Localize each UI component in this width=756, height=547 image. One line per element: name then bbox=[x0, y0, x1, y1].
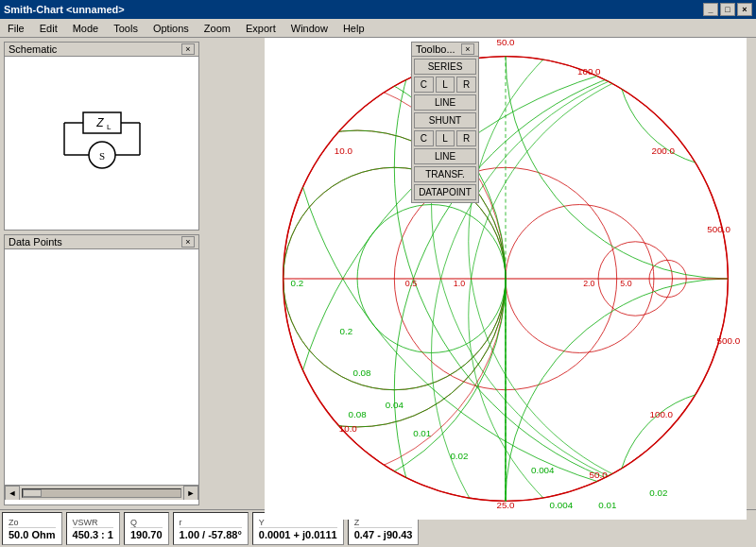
schematic-title: Schematic bbox=[9, 43, 57, 55]
zo-value: 50.0 Ohm bbox=[9, 529, 56, 540]
svg-text:500.0: 500.0 bbox=[707, 224, 730, 234]
title-bar: Smith-Chart <unnamed> _ □ × bbox=[0, 0, 756, 19]
z-value: 0.47 - j90.43 bbox=[354, 529, 413, 540]
zo-section: Zo 50.0 Ohm bbox=[2, 512, 62, 545]
svg-text:0.01: 0.01 bbox=[413, 428, 431, 438]
r-value: 1.00 / -57.88° bbox=[180, 529, 242, 540]
svg-text:50.0: 50.0 bbox=[496, 38, 515, 47]
svg-text:0.02: 0.02 bbox=[450, 451, 468, 461]
svg-text:0.2: 0.2 bbox=[339, 326, 352, 336]
y-value: 0.0001 + j0.0111 bbox=[259, 529, 337, 540]
svg-text:25.0: 25.0 bbox=[496, 500, 515, 510]
app-title: Smith-Chart <unnamed> bbox=[4, 4, 125, 15]
q-section: Q 190.70 bbox=[124, 512, 169, 545]
shunt-label: SHUNT bbox=[414, 112, 476, 128]
horizontal-scrollbar[interactable]: ◄ ► bbox=[5, 485, 198, 500]
menu-mode[interactable]: Mode bbox=[69, 22, 103, 35]
r-label: r bbox=[180, 518, 242, 528]
vswr-value: 450.3 : 1 bbox=[73, 529, 113, 540]
shunt-l-button[interactable]: L bbox=[436, 130, 455, 146]
datapoint-button[interactable]: DATAPOINT bbox=[414, 184, 476, 200]
svg-text:10.0: 10.0 bbox=[339, 423, 358, 434]
svg-text:L: L bbox=[107, 123, 112, 131]
vswr-label: VSWR bbox=[73, 518, 113, 528]
svg-text:50.0: 50.0 bbox=[590, 470, 609, 480]
maximize-button[interactable]: □ bbox=[720, 3, 735, 16]
svg-text:0.01: 0.01 bbox=[598, 500, 616, 510]
shunt-r-button[interactable]: R bbox=[456, 130, 476, 146]
toolbox-close[interactable]: × bbox=[461, 43, 474, 55]
shunt-buttons: C L R bbox=[414, 130, 476, 146]
menu-options[interactable]: Options bbox=[149, 22, 193, 35]
transf-button[interactable]: TRANSF. bbox=[414, 166, 476, 182]
svg-text:1.0: 1.0 bbox=[454, 279, 465, 288]
svg-text:200.0: 200.0 bbox=[651, 145, 675, 156]
datapoints-close[interactable]: × bbox=[181, 236, 195, 248]
minimize-button[interactable]: _ bbox=[703, 3, 718, 16]
close-button[interactable]: × bbox=[737, 3, 752, 16]
toolbox-header[interactable]: Toolbo... × bbox=[412, 43, 478, 57]
svg-text:0.5: 0.5 bbox=[405, 279, 417, 288]
zo-label: Zo bbox=[9, 518, 56, 528]
menu-file[interactable]: File bbox=[4, 22, 28, 35]
svg-text:0.004: 0.004 bbox=[550, 500, 574, 510]
menu-help[interactable]: Help bbox=[339, 22, 369, 35]
shunt-c-button[interactable]: C bbox=[414, 130, 434, 146]
scroll-left-button[interactable]: ◄ bbox=[5, 486, 20, 501]
svg-text:0.08: 0.08 bbox=[352, 368, 371, 378]
schematic-close[interactable]: × bbox=[181, 43, 195, 55]
svg-text:5.0: 5.0 bbox=[620, 279, 631, 288]
left-panel: Schematic × Z L S bbox=[0, 38, 203, 509]
scroll-right-button[interactable]: ► bbox=[183, 486, 198, 501]
schematic-svg: Z L S bbox=[45, 103, 159, 179]
menu-bar: File Edit Mode Tools Options Zoom Export… bbox=[0, 19, 756, 38]
svg-text:0.2: 0.2 bbox=[291, 278, 304, 288]
smith-chart: 50.0 25.0 100.0 10.0 200.0 500.0 0.2 500… bbox=[265, 38, 747, 520]
menu-tools[interactable]: Tools bbox=[110, 22, 142, 35]
r-section: r 1.00 / -57.88° bbox=[173, 512, 249, 545]
schematic-content: Z L S bbox=[5, 57, 198, 225]
chart-area: Toolbo... × SERIES C L R LINE SHUNT C L … bbox=[203, 38, 756, 509]
main-area: Schematic × Z L S bbox=[0, 38, 756, 509]
scroll-track[interactable] bbox=[22, 488, 181, 498]
datapoints-content: ◄ ► bbox=[5, 249, 198, 500]
svg-text:100.0: 100.0 bbox=[577, 66, 601, 77]
svg-text:Z: Z bbox=[95, 116, 104, 129]
q-label: Q bbox=[130, 518, 163, 528]
svg-text:2.0: 2.0 bbox=[583, 279, 594, 288]
title-bar-buttons: _ □ × bbox=[703, 3, 752, 16]
menu-window[interactable]: Window bbox=[287, 22, 332, 35]
schematic-header: Schematic × bbox=[5, 43, 198, 57]
line2-button[interactable]: LINE bbox=[414, 148, 476, 164]
vswr-section: VSWR 450.3 : 1 bbox=[66, 512, 120, 545]
svg-text:0.004: 0.004 bbox=[531, 465, 555, 475]
series-buttons: C L R bbox=[414, 77, 476, 93]
schematic-panel: Schematic × Z L S bbox=[4, 42, 199, 231]
menu-export[interactable]: Export bbox=[242, 22, 280, 35]
toolbox-title: Toolbo... bbox=[416, 43, 455, 55]
series-label: SERIES bbox=[414, 59, 476, 75]
datapoints-header: Data Points × bbox=[5, 235, 198, 249]
svg-text:0.04: 0.04 bbox=[386, 400, 404, 410]
svg-text:S: S bbox=[98, 150, 104, 162]
line1-button[interactable]: LINE bbox=[414, 94, 476, 111]
datapoints-title: Data Points bbox=[9, 236, 62, 248]
series-c-button[interactable]: C bbox=[414, 77, 434, 93]
svg-text:100.0: 100.0 bbox=[650, 409, 674, 419]
series-r-button[interactable]: R bbox=[456, 77, 476, 93]
menu-zoom[interactable]: Zoom bbox=[200, 22, 234, 35]
svg-text:500.0: 500.0 bbox=[717, 335, 741, 346]
series-l-button[interactable]: L bbox=[436, 77, 455, 93]
datapoints-panel: Data Points × ◄ ► bbox=[4, 234, 199, 505]
svg-text:0.08: 0.08 bbox=[349, 409, 368, 419]
toolbox: Toolbo... × SERIES C L R LINE SHUNT C L … bbox=[411, 42, 479, 203]
svg-text:0.02: 0.02 bbox=[649, 487, 667, 498]
scroll-thumb[interactable] bbox=[23, 489, 42, 497]
menu-edit[interactable]: Edit bbox=[36, 22, 61, 35]
q-value: 190.70 bbox=[130, 529, 163, 540]
svg-text:10.0: 10.0 bbox=[335, 145, 353, 156]
